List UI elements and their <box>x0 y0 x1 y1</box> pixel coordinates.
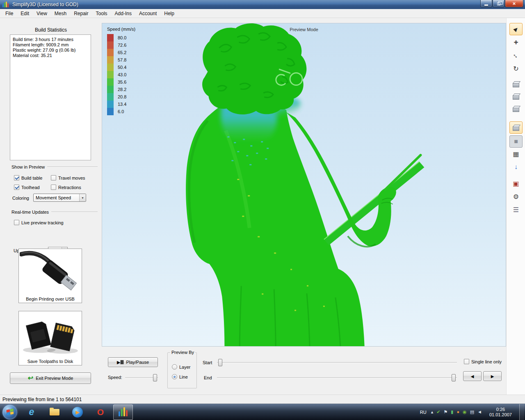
slider-groove[interactable] <box>217 362 457 363</box>
close-button[interactable]: × <box>505 0 523 7</box>
rotate-tool-icon[interactable]: ↻ <box>509 62 523 75</box>
menu-mesh[interactable]: Mesh <box>51 9 70 18</box>
action-center-flag-icon[interactable]: ⚑ <box>443 410 447 414</box>
layers-icon[interactable]: ☰ <box>509 203 523 216</box>
volume-icon[interactable]: ◄ <box>477 410 482 414</box>
window-title-bar[interactable]: Simplify3D (Licensed to GOD) × <box>0 0 525 9</box>
window-title: Simplify3D (Licensed to GOD) <box>12 2 78 7</box>
menu-repair[interactable]: Repair <box>70 9 92 18</box>
play-pause-icon: ▶ <box>117 360 123 365</box>
step-forward-button[interactable]: ▶ <box>483 371 502 381</box>
machine-control-icon[interactable]: ▣ <box>509 177 523 189</box>
antivirus-tray-icon[interactable]: ✔ <box>436 410 440 414</box>
cross-section-tool-icon[interactable]: ■ <box>509 135 523 148</box>
checkbox-travel-moves[interactable]: Travel moves <box>51 175 85 180</box>
start-slider[interactable] <box>217 358 457 367</box>
restore-icon <box>497 2 500 5</box>
wireframe-view-icon[interactable]: ▦ <box>509 148 523 160</box>
exit-preview-mode-button[interactable]: ↩ Exit Preview Mode <box>10 372 91 384</box>
radio-layer[interactable]: Layer <box>172 364 191 370</box>
realtime-updates-group: Real-time Updates <box>11 210 98 215</box>
start-button[interactable] <box>2 405 17 420</box>
legend-entry: 35.6 <box>107 78 135 86</box>
updater-tray-icon[interactable]: ● <box>457 410 459 414</box>
taskbar-clock[interactable]: 0:26 01.01.2007 <box>489 407 512 418</box>
close-icon: × <box>513 0 516 7</box>
orient-tool-icon[interactable] <box>509 121 523 134</box>
settings-gear-icon[interactable]: ⚙ <box>509 190 523 203</box>
checkbox-build-table[interactable]: Build table <box>14 175 42 180</box>
back-arrow-icon: ↩ <box>28 376 33 380</box>
preview-mode-label: Preview Mode <box>290 27 318 32</box>
model-cube-icon[interactable] <box>509 78 523 90</box>
gpu-tray-icon[interactable]: ◉ <box>463 410 467 414</box>
model-cube-icon[interactable] <box>509 90 523 103</box>
taskbar-ie-icon[interactable]: e <box>25 406 38 419</box>
radio-line[interactable]: Line <box>172 374 188 379</box>
checkbox-box <box>14 220 19 225</box>
stat-build-time: Build time: 3 hours 17 minutes <box>13 37 88 42</box>
legend-entry: 13.4 <box>107 100 135 108</box>
folder-icon <box>50 409 59 415</box>
model-cube-icon[interactable] <box>509 103 523 115</box>
legend-entry: 72.6 <box>107 41 135 49</box>
taskbar: e ▶ O RU ▴ ✔ ⚑ ▮ ● ◉ ▤ ◄ 0:26 01.01.2007 <box>0 404 525 420</box>
menu-file[interactable]: File <box>2 9 17 18</box>
checkbox-retractions[interactable]: Retractions <box>51 185 81 190</box>
menu-view[interactable]: View <box>33 9 51 18</box>
left-arrow-icon: ◀ <box>471 374 474 379</box>
hidden-icons-arrow[interactable]: ▴ <box>431 410 434 414</box>
menu-account[interactable]: Account <box>135 9 160 18</box>
language-indicator[interactable]: RU <box>419 409 428 415</box>
menu-tools[interactable]: Tools <box>92 9 111 18</box>
legend-entry: 6.0 <box>107 108 135 115</box>
checkbox-live-preview-tracking[interactable]: Live preview tracking <box>14 220 64 225</box>
radio-circle <box>172 364 177 370</box>
save-toolpaths-disk-button[interactable]: Save Toolpaths to Disk <box>18 311 82 365</box>
preview-by-group: Preview By Layer Line <box>167 352 197 388</box>
speed-legend: Speed (mm/s) 80.0 72.6 65.2 57.8 50.4 43… <box>107 27 135 115</box>
begin-printing-usb-label: Begin Printing over USB <box>19 297 82 301</box>
end-label: End <box>204 375 212 380</box>
clock-date: 01.01.2007 <box>489 412 512 418</box>
chip-tray-icon[interactable]: ▮ <box>451 410 453 414</box>
coloring-value: Movement Speed <box>36 195 71 200</box>
stat-plastic-weight: Plastic weight: 27.09 g (0.06 lb) <box>13 48 88 53</box>
end-slider[interactable] <box>217 374 457 382</box>
checkbox-toolhead[interactable]: Toolhead <box>14 185 40 190</box>
menu-help[interactable]: Help <box>160 9 178 18</box>
taskbar-opera-icon[interactable]: O <box>94 406 107 419</box>
app-icon <box>2 1 10 7</box>
restore-button[interactable] <box>493 0 504 7</box>
legend-entry: 57.8 <box>107 56 135 64</box>
viewport-3d[interactable]: Speed (mm/s) 80.0 72.6 65.2 57.8 50.4 43… <box>102 23 506 347</box>
speed-slider[interactable] <box>125 374 158 382</box>
checkbox-single-line-only[interactable]: Single line only <box>464 359 502 364</box>
select-tool-icon[interactable]: ► <box>509 23 523 35</box>
step-back-button[interactable]: ◀ <box>463 371 482 381</box>
coloring-dropdown[interactable]: Movement Speed ▼ <box>33 194 86 202</box>
support-tool-icon[interactable]: ↓ <box>509 161 523 173</box>
checkbox-label: Retractions <box>58 185 81 190</box>
scale-tool-icon[interactable]: ↔ <box>509 49 523 62</box>
end-slider-thumb[interactable] <box>452 374 456 381</box>
slider-groove[interactable] <box>217 377 457 378</box>
play-pause-button[interactable]: ▶ Play/Pause <box>108 357 158 367</box>
begin-printing-usb-button[interactable]: Begin Printing over USB <box>18 249 82 303</box>
taskbar-simplify3d-button[interactable] <box>113 404 133 420</box>
taskbar-media-player-icon[interactable]: ▶ <box>71 406 84 419</box>
display-tray-icon[interactable]: ▤ <box>470 410 474 414</box>
start-slider-thumb[interactable] <box>218 359 222 366</box>
chevron-down-icon: ▼ <box>79 194 86 201</box>
move-tool-icon[interactable]: + <box>509 36 523 48</box>
show-desktop-button[interactable] <box>519 404 524 420</box>
menu-addins[interactable]: Add-Ins <box>111 9 135 18</box>
legend-entry: 80.0 <box>107 34 135 41</box>
taskbar-explorer-icon[interactable] <box>48 406 61 419</box>
radio-label: Line <box>179 374 188 379</box>
menu-edit[interactable]: Edit <box>17 9 33 18</box>
legend-entry: 50.4 <box>107 64 135 71</box>
start-label: Start <box>203 360 212 365</box>
speed-slider-thumb[interactable] <box>153 374 157 381</box>
minimize-button[interactable] <box>480 0 492 7</box>
